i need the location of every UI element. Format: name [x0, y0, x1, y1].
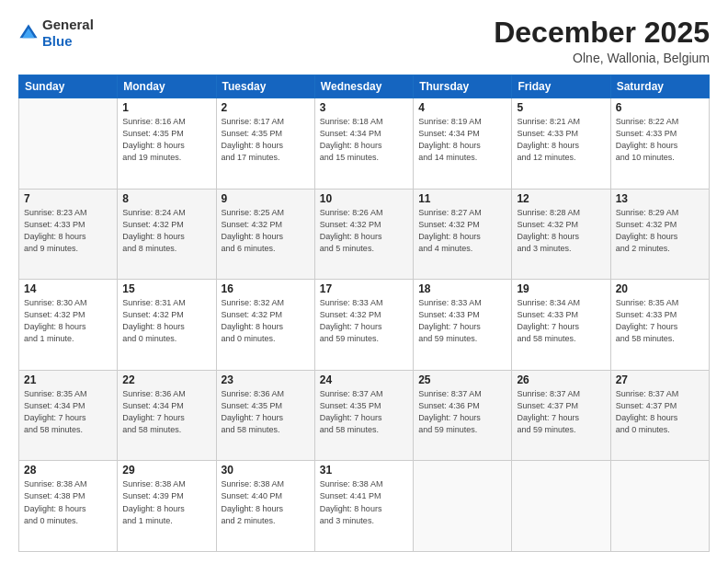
day-info: Sunrise: 8:27 AMSunset: 4:32 PMDaylight:… — [418, 207, 506, 255]
day-number: 25 — [418, 373, 506, 386]
day-info: Sunrise: 8:33 AMSunset: 4:33 PMDaylight:… — [418, 297, 506, 345]
day-number: 7 — [24, 192, 112, 205]
weekday-header: Wednesday — [314, 75, 413, 98]
calendar-day-cell: 9Sunrise: 8:25 AMSunset: 4:32 PMDaylight… — [216, 189, 314, 280]
calendar-day-cell: 18Sunrise: 8:33 AMSunset: 4:33 PMDayligh… — [414, 280, 512, 371]
day-info: Sunrise: 8:34 AMSunset: 4:33 PMDaylight:… — [517, 297, 605, 345]
title-area: December 2025 Olne, Wallonia, Belgium — [494, 17, 710, 65]
day-number: 5 — [517, 101, 605, 114]
day-number: 12 — [517, 192, 605, 205]
day-number: 19 — [517, 282, 605, 295]
calendar-header-row: SundayMondayTuesdayWednesdayThursdayFrid… — [19, 75, 710, 98]
calendar-day-cell: 8Sunrise: 8:24 AMSunset: 4:32 PMDaylight… — [118, 189, 216, 280]
day-number: 3 — [320, 101, 408, 114]
calendar-week-row: 1Sunrise: 8:16 AMSunset: 4:35 PMDaylight… — [19, 98, 710, 190]
day-info: Sunrise: 8:33 AMSunset: 4:32 PMDaylight:… — [320, 297, 408, 345]
page: General Blue December 2025 Olne, Walloni… — [0, 0, 728, 563]
day-info: Sunrise: 8:35 AMSunset: 4:33 PMDaylight:… — [616, 297, 704, 345]
calendar-day-cell: 14Sunrise: 8:30 AMSunset: 4:32 PMDayligh… — [19, 280, 118, 371]
day-number: 13 — [616, 192, 704, 205]
day-info: Sunrise: 8:36 AMSunset: 4:35 PMDaylight:… — [222, 388, 310, 436]
calendar-day-cell: 28Sunrise: 8:38 AMSunset: 4:38 PMDayligh… — [19, 461, 118, 552]
weekday-header: Friday — [512, 75, 610, 98]
weekday-header: Sunday — [19, 75, 118, 98]
day-info: Sunrise: 8:26 AMSunset: 4:32 PMDaylight:… — [320, 207, 408, 255]
day-number: 14 — [24, 282, 112, 295]
day-info: Sunrise: 8:36 AMSunset: 4:34 PMDaylight:… — [122, 388, 210, 436]
calendar-day-cell: 2Sunrise: 8:17 AMSunset: 4:35 PMDaylight… — [216, 98, 314, 190]
month-title: December 2025 — [494, 17, 710, 49]
day-number: 18 — [418, 282, 506, 295]
day-info: Sunrise: 8:28 AMSunset: 4:32 PMDaylight:… — [517, 207, 605, 255]
day-number: 4 — [418, 101, 506, 114]
day-number: 2 — [222, 101, 310, 114]
weekday-header: Tuesday — [216, 75, 314, 98]
calendar-day-cell — [414, 461, 512, 552]
day-info: Sunrise: 8:30 AMSunset: 4:32 PMDaylight:… — [24, 297, 112, 345]
day-info: Sunrise: 8:16 AMSunset: 4:35 PMDaylight:… — [122, 116, 210, 164]
calendar-day-cell: 1Sunrise: 8:16 AMSunset: 4:35 PMDaylight… — [118, 98, 216, 190]
day-number: 20 — [616, 282, 704, 295]
calendar-day-cell: 13Sunrise: 8:29 AMSunset: 4:32 PMDayligh… — [610, 189, 709, 280]
logo: General Blue — [18, 17, 94, 50]
calendar-day-cell: 23Sunrise: 8:36 AMSunset: 4:35 PMDayligh… — [216, 370, 314, 461]
day-number: 29 — [122, 464, 210, 477]
logo-general: General — [42, 17, 94, 32]
day-number: 17 — [320, 282, 408, 295]
day-info: Sunrise: 8:38 AMSunset: 4:39 PMDaylight:… — [122, 478, 210, 526]
day-number: 22 — [122, 373, 210, 386]
calendar-day-cell — [512, 461, 610, 552]
day-info: Sunrise: 8:37 AMSunset: 4:37 PMDaylight:… — [517, 388, 605, 436]
calendar-day-cell: 12Sunrise: 8:28 AMSunset: 4:32 PMDayligh… — [512, 189, 610, 280]
day-number: 8 — [122, 192, 210, 205]
logo-icon — [18, 23, 39, 43]
day-info: Sunrise: 8:37 AMSunset: 4:35 PMDaylight:… — [320, 388, 408, 436]
calendar-week-row: 7Sunrise: 8:23 AMSunset: 4:33 PMDaylight… — [19, 189, 710, 280]
day-info: Sunrise: 8:32 AMSunset: 4:32 PMDaylight:… — [222, 297, 310, 345]
calendar-day-cell: 17Sunrise: 8:33 AMSunset: 4:32 PMDayligh… — [314, 280, 413, 371]
day-info: Sunrise: 8:18 AMSunset: 4:34 PMDaylight:… — [320, 116, 408, 164]
day-number: 30 — [222, 464, 310, 477]
calendar-day-cell: 10Sunrise: 8:26 AMSunset: 4:32 PMDayligh… — [314, 189, 413, 280]
header: General Blue December 2025 Olne, Walloni… — [18, 17, 710, 65]
day-info: Sunrise: 8:37 AMSunset: 4:37 PMDaylight:… — [616, 388, 704, 436]
calendar-day-cell: 20Sunrise: 8:35 AMSunset: 4:33 PMDayligh… — [610, 280, 709, 371]
day-number: 11 — [418, 192, 506, 205]
day-number: 10 — [320, 192, 408, 205]
day-info: Sunrise: 8:31 AMSunset: 4:32 PMDaylight:… — [122, 297, 210, 345]
calendar-day-cell: 15Sunrise: 8:31 AMSunset: 4:32 PMDayligh… — [118, 280, 216, 371]
day-number: 26 — [517, 373, 605, 386]
calendar-day-cell: 30Sunrise: 8:38 AMSunset: 4:40 PMDayligh… — [216, 461, 314, 552]
calendar-day-cell: 11Sunrise: 8:27 AMSunset: 4:32 PMDayligh… — [414, 189, 512, 280]
day-info: Sunrise: 8:38 AMSunset: 4:38 PMDaylight:… — [24, 478, 112, 526]
day-info: Sunrise: 8:38 AMSunset: 4:40 PMDaylight:… — [222, 478, 310, 526]
weekday-header: Thursday — [414, 75, 512, 98]
calendar-day-cell — [19, 98, 118, 190]
calendar-day-cell: 21Sunrise: 8:35 AMSunset: 4:34 PMDayligh… — [19, 370, 118, 461]
day-number: 16 — [222, 282, 310, 295]
calendar-day-cell: 5Sunrise: 8:21 AMSunset: 4:33 PMDaylight… — [512, 98, 610, 190]
calendar-day-cell: 4Sunrise: 8:19 AMSunset: 4:34 PMDaylight… — [414, 98, 512, 190]
weekday-header: Saturday — [610, 75, 709, 98]
day-number: 31 — [320, 464, 408, 477]
day-info: Sunrise: 8:29 AMSunset: 4:32 PMDaylight:… — [616, 207, 704, 255]
day-number: 6 — [616, 101, 704, 114]
day-number: 28 — [24, 464, 112, 477]
calendar-week-row: 28Sunrise: 8:38 AMSunset: 4:38 PMDayligh… — [19, 461, 710, 552]
logo-text: General Blue — [42, 17, 94, 50]
day-info: Sunrise: 8:35 AMSunset: 4:34 PMDaylight:… — [24, 388, 112, 436]
location-title: Olne, Wallonia, Belgium — [494, 51, 710, 65]
day-info: Sunrise: 8:21 AMSunset: 4:33 PMDaylight:… — [517, 116, 605, 164]
calendar-day-cell: 24Sunrise: 8:37 AMSunset: 4:35 PMDayligh… — [314, 370, 413, 461]
day-number: 27 — [616, 373, 704, 386]
calendar-day-cell — [610, 461, 709, 552]
calendar-day-cell: 26Sunrise: 8:37 AMSunset: 4:37 PMDayligh… — [512, 370, 610, 461]
day-info: Sunrise: 8:22 AMSunset: 4:33 PMDaylight:… — [616, 116, 704, 164]
day-number: 9 — [222, 192, 310, 205]
calendar-day-cell: 22Sunrise: 8:36 AMSunset: 4:34 PMDayligh… — [118, 370, 216, 461]
day-number: 1 — [122, 101, 210, 114]
day-info: Sunrise: 8:24 AMSunset: 4:32 PMDaylight:… — [122, 207, 210, 255]
calendar-day-cell: 29Sunrise: 8:38 AMSunset: 4:39 PMDayligh… — [118, 461, 216, 552]
day-number: 23 — [222, 373, 310, 386]
day-number: 24 — [320, 373, 408, 386]
